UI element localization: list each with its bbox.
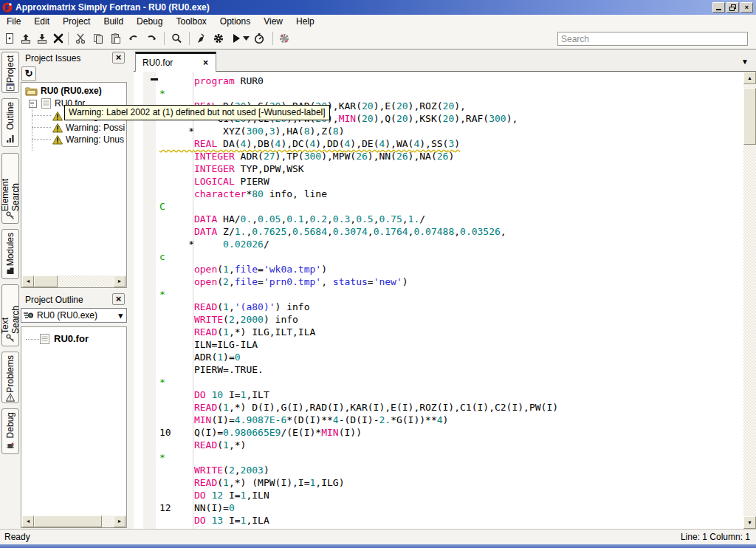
code-line[interactable]: READ(1,'(a80)') info <box>159 301 558 313</box>
close-file-button[interactable] <box>50 30 66 47</box>
open-button[interactable] <box>18 30 34 47</box>
editor-tab-ru0for[interactable]: RU0.for × <box>135 52 216 72</box>
code-line[interactable]: 12 NN(I)=0 <box>159 501 558 514</box>
scrollbar-thumb[interactable] <box>743 88 756 145</box>
sidebar-tab-element-search[interactable]: Element Search <box>1 153 19 224</box>
code-editor[interactable]: program RUR0* REAL D(20),G(20),RAD(20),K… <box>134 72 743 529</box>
sidebar-tab-problems[interactable]: Problems <box>1 352 19 403</box>
code-line[interactable]: WRITE(2,2000) info <box>159 313 558 326</box>
code-area[interactable]: program RUR0* REAL D(20),G(20),RAD(20),K… <box>159 75 558 529</box>
outline-close-button[interactable]: × <box>112 293 125 305</box>
tree-row-warning[interactable]: Warning: Unus <box>52 134 124 145</box>
minimize-button[interactable] <box>712 2 725 13</box>
scroll-down-button[interactable]: ▾ <box>743 516 756 529</box>
sidebar-tab-debug[interactable]: Debug <box>1 408 19 454</box>
scroll-right-button[interactable]: ▸ <box>114 275 126 287</box>
code-line[interactable]: READ(1,*) D(I),G(I),RAD(I),KAR(I),E(I),R… <box>159 401 558 414</box>
tree-row-warning[interactable]: Warning: Possi <box>52 122 125 134</box>
fold-margin[interactable] <box>143 72 156 529</box>
code-line[interactable]: * 0.02026/ <box>159 238 558 250</box>
scrollbar-thumb[interactable] <box>34 516 102 527</box>
profile-button[interactable] <box>251 30 267 47</box>
code-line[interactable]: READ(1,*) (MPW(I),I=1,ILG) <box>159 476 558 489</box>
restore-button[interactable] <box>726 2 739 13</box>
debug-button[interactable] <box>276 30 292 47</box>
search-input[interactable] <box>557 32 748 46</box>
menu-edit[interactable]: Edit <box>27 15 56 28</box>
warning-tooltip: Warning: Label 2002 at (1) defined but n… <box>64 105 330 120</box>
tree-connector <box>32 139 51 140</box>
code-line[interactable]: * <box>159 288 558 301</box>
code-line[interactable]: ILN=ILG-ILA <box>159 338 558 351</box>
scroll-left-button[interactable]: ◂ <box>22 275 34 287</box>
code-line[interactable]: INTEGER TYP,DPW,WSK <box>159 162 558 175</box>
menu-project[interactable]: Project <box>56 15 97 28</box>
code-line[interactable]: program RUR0 <box>159 75 558 87</box>
issues-hscrollbar[interactable]: ◂ ▸ <box>22 275 126 287</box>
minimize-icon <box>716 9 721 10</box>
code-line[interactable]: LOGICAL PIERW <box>159 175 558 188</box>
copy-button[interactable] <box>90 30 106 47</box>
code-line[interactable]: * <box>159 376 558 388</box>
find-button[interactable] <box>168 30 185 47</box>
code-line[interactable]: PIERW=.TRUE. <box>159 363 558 376</box>
build-button[interactable] <box>210 30 227 47</box>
tree-row-outline-file[interactable]: RU0.for <box>40 333 89 345</box>
code-line[interactable]: c <box>159 250 558 263</box>
stopwatch-icon <box>253 32 265 44</box>
scrollbar-thumb[interactable] <box>34 275 58 287</box>
code-line[interactable]: DO 13 I=1,ILA <box>159 514 558 527</box>
tab-list-chevron-icon[interactable]: ▼ <box>741 58 749 66</box>
issues-close-button[interactable]: × <box>112 52 125 64</box>
menu-build[interactable]: Build <box>97 15 130 28</box>
menu-help[interactable]: Help <box>289 15 321 28</box>
code-line[interactable]: READ(1,*) ILG,ILT,ILA <box>159 326 558 338</box>
code-line[interactable]: READ(1,*) <box>159 439 558 451</box>
code-line[interactable]: MIN(I)=4.9087E-6*(D(I)**4-(D(I)-2.*G(I))… <box>159 414 558 426</box>
tree-row-project[interactable]: RU0 (RU0.exe) <box>25 85 102 97</box>
code-line[interactable]: character*80 info, line <box>159 188 558 200</box>
code-line[interactable]: WRITE(2,2003) <box>159 464 558 476</box>
code-line[interactable]: * XYZ(300,3),HA(8),Z(8) <box>159 125 558 137</box>
undo-button[interactable] <box>126 30 142 47</box>
code-line[interactable]: REAL DA(4),DB(4),DC(4),DD(4),DE(4),WA(4)… <box>159 137 558 150</box>
outline-hscrollbar[interactable]: ◂ ▸ <box>22 516 126 527</box>
sidebar-tab-text-search[interactable]: Text Search <box>1 284 19 346</box>
save-button[interactable] <box>34 30 50 47</box>
run-options-button[interactable] <box>241 30 250 47</box>
code-line[interactable]: * <box>159 451 558 464</box>
code-line[interactable]: 10 Q(I)=0.980665E9/(E(I)*MIN(I)) <box>159 426 558 439</box>
tab-close-icon[interactable]: × <box>203 58 208 68</box>
menu-file[interactable]: File <box>0 15 27 28</box>
code-line[interactable]: DO 12 I=1,ILN <box>159 489 558 501</box>
clean-button[interactable] <box>193 30 209 47</box>
cut-button[interactable] <box>72 30 89 47</box>
close-button[interactable]: × <box>740 2 753 13</box>
code-line[interactable]: open(2,file='prn0.tmp', status='new') <box>159 275 558 288</box>
editor-vscrollbar[interactable]: ▴ ▾ <box>743 72 756 529</box>
menu-view[interactable]: View <box>257 15 289 28</box>
refresh-issues-button[interactable]: ↻ <box>21 66 36 81</box>
fold-collapse-icon[interactable] <box>151 78 158 81</box>
sidebar-tab-outline[interactable]: Outline <box>1 98 19 147</box>
menu-options[interactable]: Options <box>213 15 257 28</box>
project-combo[interactable]: RU0 (RU0.exe) ▾ <box>21 308 127 323</box>
sidebar-tab-project[interactable]: Project <box>1 52 19 93</box>
code-line[interactable]: DO 10 I=1,ILT <box>159 388 558 401</box>
code-line[interactable]: DATA Z/1.,0.7625,0.5684,0.3074,0.1764,0.… <box>159 225 558 238</box>
redo-button[interactable] <box>143 30 159 47</box>
sidebar-tab-modules[interactable]: Modules <box>1 229 19 279</box>
code-line[interactable]: * <box>159 87 558 100</box>
scroll-left-button[interactable]: ◂ <box>22 516 34 527</box>
scroll-right-button[interactable]: ▸ <box>114 516 126 527</box>
code-line[interactable]: C <box>159 200 558 213</box>
menu-toolbox[interactable]: Toolbox <box>169 15 213 28</box>
menu-debug[interactable]: Debug <box>130 15 169 28</box>
paste-button[interactable] <box>108 30 124 47</box>
new-file-button[interactable] <box>1 30 18 47</box>
code-line[interactable]: INTEGER ADR(27),TP(300),MPW(26),NN(26),N… <box>159 150 558 162</box>
code-line[interactable]: DATA HA/0.,0.05,0.1,0.2,0.3,0.5,0.75,1./ <box>159 213 558 225</box>
code-line[interactable]: open(1,file='wk0a.tmp') <box>159 263 558 275</box>
scroll-up-button[interactable]: ▴ <box>743 72 756 84</box>
code-line[interactable]: ADR(1)=0 <box>159 351 558 363</box>
